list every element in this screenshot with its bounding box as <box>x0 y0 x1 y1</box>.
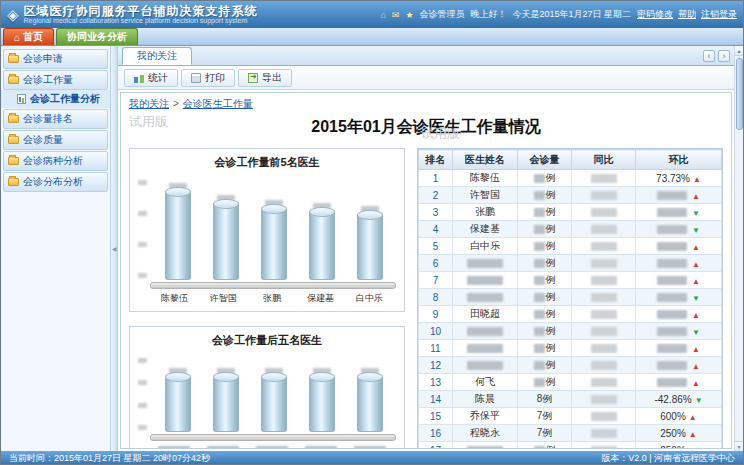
table-row: 10例▼ <box>419 323 722 340</box>
sidebar-subitem-label: 会诊工作量分析 <box>30 92 100 106</box>
scroll-down-icon[interactable]: ▼ <box>735 441 744 451</box>
bar <box>261 376 287 432</box>
trend-down-icon: ▼ <box>692 294 700 303</box>
tab-my-focus[interactable]: 我的关注 <box>122 47 192 65</box>
table-row: 14陈晨8例-42.86%▼ <box>419 391 722 408</box>
header-link[interactable]: 帮助 <box>678 8 696 21</box>
print-button[interactable]: 打印 <box>181 69 235 87</box>
volume-unit: 例 <box>546 206 556 217</box>
header-link[interactable]: 注销登录 <box>701 8 737 21</box>
toolbar-button-label: 导出 <box>262 71 282 85</box>
column-header: 环比 <box>636 150 722 170</box>
plot-area <box>150 356 398 432</box>
scroll-up-icon[interactable]: ▲ <box>735 46 744 56</box>
yoy-blur <box>591 191 617 200</box>
volume-unit: 例 <box>546 189 556 200</box>
rank-cell: 7 <box>419 272 453 289</box>
table-row: 3张鹏例▼ <box>419 204 722 221</box>
header-link[interactable]: 密码修改 <box>637 8 673 21</box>
sidebar-item[interactable]: 会诊病种分析 <box>3 151 108 171</box>
mom-cell: ▼ <box>636 289 722 306</box>
sidebar-item[interactable]: 会诊工作量 <box>3 70 108 90</box>
chart-base <box>150 282 396 289</box>
breadcrumb-link[interactable]: 会诊医生工作量 <box>183 98 253 109</box>
name-cell: 何飞 <box>453 374 518 391</box>
folder-icon <box>8 55 19 63</box>
sidebar: 会诊申请会诊工作量会诊工作量分析会诊量排名会诊质量会诊病种分析会诊分布分析 <box>1 46 111 451</box>
bar-group <box>357 368 383 432</box>
yoy-cell <box>572 357 636 374</box>
rank-cell: 1 <box>419 170 453 187</box>
rank-cell: 11 <box>419 340 453 357</box>
yoy-blur <box>591 174 617 183</box>
name-blur <box>467 361 503 370</box>
trend-up-icon: ▲ <box>692 379 700 388</box>
tab-next-icon[interactable]: › <box>718 50 730 62</box>
volume-blur <box>534 378 545 387</box>
tab-prev-icon[interactable]: ‹ <box>703 50 715 62</box>
sidebar-item[interactable]: 会诊申请 <box>3 49 108 69</box>
table-column: 排名医生姓名会诊量同比环比 1陈黎伍例73.73%▲2许智国例▲3张鹏例▼4保建… <box>417 148 723 449</box>
name-cell <box>453 272 518 289</box>
user-role-label: 会诊管理员 <box>419 8 464 21</box>
breadcrumb: 我的关注>会诊医生工作量 <box>129 97 723 111</box>
home-tab-icon: ⌂ <box>14 32 20 43</box>
category-label <box>296 444 345 449</box>
home-icon[interactable]: ⌂ <box>380 10 385 20</box>
star-icon: ★ <box>405 10 413 20</box>
volume-cell: 例 <box>518 238 572 255</box>
sidebar-item[interactable]: 会诊质量 <box>3 130 108 150</box>
volume-cell: 例 <box>518 357 572 374</box>
report-icon <box>17 94 26 104</box>
sidebar-collapse-handle[interactable]: ◀ <box>111 46 118 451</box>
sidebar-item[interactable]: 会诊分布分析 <box>3 172 108 192</box>
mom-cell: 250%▲ <box>636 442 722 450</box>
export-button[interactable]: 导出 <box>238 69 292 87</box>
category-label: 陈黎伍 <box>150 292 199 305</box>
name-cell <box>453 255 518 272</box>
yoy-blur <box>591 293 617 302</box>
mom-cell: ▲ <box>636 272 722 289</box>
mail-icon[interactable]: ✉ <box>392 10 400 20</box>
sidebar-item-label: 会诊病种分析 <box>23 154 83 168</box>
volume-blur <box>534 361 545 370</box>
page-title: 2015年01月会诊医生工作量情况 <box>129 117 723 138</box>
category-label: 张鹏 <box>248 292 297 305</box>
mom-blur <box>657 361 687 370</box>
rank-cell: 5 <box>419 238 453 255</box>
rank-cell: 10 <box>419 323 453 340</box>
column-header: 会诊量 <box>518 150 572 170</box>
content-tab-strip: 我的关注 ‹ › <box>118 46 734 66</box>
nav-tab-analysis[interactable]: 协同业务分析 <box>56 28 138 45</box>
app-logo-icon: ◈ <box>7 6 19 24</box>
trend-down-icon: ▼ <box>692 226 700 235</box>
scrollbar-thumb[interactable] <box>736 58 743 130</box>
column-header: 同比 <box>572 150 636 170</box>
nav-tab-home[interactable]: ⌂ 首页 <box>3 28 54 45</box>
rank-cell: 8 <box>419 289 453 306</box>
chart-base <box>150 434 396 441</box>
vertical-scrollbar[interactable]: ▲ ▼ <box>734 46 743 451</box>
sidebar-item[interactable]: 会诊量排名 <box>3 109 108 129</box>
ranking-table-wrap: 排名医生姓名会诊量同比环比 1陈黎伍例73.73%▲2许智国例▲3张鹏例▼4保建… <box>417 148 723 449</box>
volume-cell: 例 <box>518 272 572 289</box>
stats-button[interactable]: 统计 <box>124 69 178 87</box>
rank-cell: 2 <box>419 187 453 204</box>
volume-cell: 例 <box>518 255 572 272</box>
name-cell <box>453 323 518 340</box>
app-titles: 区域医疗协同服务平台辅助决策支持系统 Regional medical coll… <box>24 5 258 25</box>
yoy-cell <box>572 289 636 306</box>
yoy-blur <box>591 446 617 449</box>
table-row: 15乔保平7例600%▲ <box>419 408 722 425</box>
bar <box>261 208 287 280</box>
mom-blur <box>657 378 687 387</box>
yoy-cell <box>572 238 636 255</box>
breadcrumb-link[interactable]: 我的关注 <box>129 98 169 109</box>
mom-cell: ▲ <box>636 340 722 357</box>
mom-cell: 73.73%▲ <box>636 170 722 187</box>
name-cell: 陈黎伍 <box>453 170 518 187</box>
trend-down-icon: ▼ <box>695 396 703 405</box>
sidebar-subitem[interactable]: 会诊工作量分析 <box>1 90 110 108</box>
rank-cell: 9 <box>419 306 453 323</box>
yoy-blur <box>591 344 617 353</box>
